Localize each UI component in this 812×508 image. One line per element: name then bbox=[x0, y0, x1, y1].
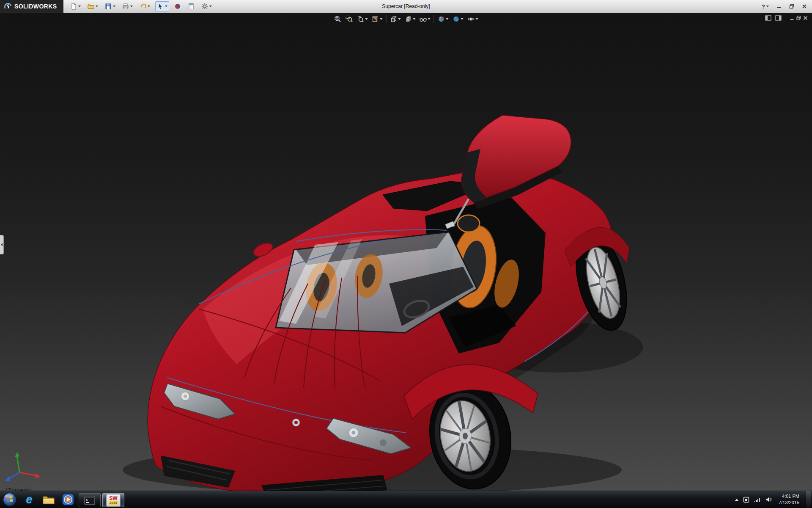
solidworks-logo: SOLIDWORKS bbox=[0, 0, 63, 13]
select-cursor-icon bbox=[157, 3, 164, 10]
document-window-controls bbox=[765, 15, 808, 21]
section-view-button[interactable] bbox=[371, 15, 383, 23]
solidworks-app-icon: SW 2015 bbox=[106, 494, 121, 507]
tray-time: 4:01 PM bbox=[782, 493, 799, 500]
tray-date: 7/13/2015 bbox=[779, 500, 799, 506]
pane-left-icon bbox=[765, 15, 771, 21]
apply-scene-button[interactable] bbox=[452, 15, 464, 23]
new-document-button[interactable] bbox=[69, 1, 82, 11]
appearance-button[interactable] bbox=[173, 1, 183, 11]
undo-arrow-icon bbox=[140, 3, 146, 10]
dropdown-caret[interactable] bbox=[78, 6, 81, 7]
dropdown-caret[interactable] bbox=[380, 18, 383, 20]
taskbar-command-prompt[interactable] bbox=[79, 493, 101, 507]
dropdown-caret[interactable] bbox=[428, 18, 431, 20]
pane-left-button[interactable] bbox=[765, 15, 771, 21]
display-style-icon bbox=[405, 15, 412, 23]
graphics-viewport[interactable]: *Trimetric bbox=[0, 13, 812, 491]
zoom-to-fit-button[interactable] bbox=[334, 15, 342, 23]
folder-icon bbox=[42, 494, 55, 505]
taskbar-file-explorer[interactable] bbox=[39, 491, 58, 508]
minimize-button[interactable] bbox=[774, 2, 784, 11]
save-button[interactable] bbox=[103, 1, 117, 11]
print-button[interactable] bbox=[121, 1, 134, 11]
toolbar-separator bbox=[434, 15, 434, 23]
dropdown-caret[interactable] bbox=[398, 18, 401, 20]
brand-name: SOLIDWORKS bbox=[14, 3, 57, 10]
close-button[interactable] bbox=[799, 2, 809, 11]
dropdown-caret[interactable] bbox=[165, 6, 167, 7]
doc-restore-icon bbox=[796, 16, 801, 20]
taskbar-internet-explorer[interactable]: e bbox=[19, 491, 39, 508]
orientation-triad[interactable] bbox=[5, 452, 41, 481]
pane-right-button[interactable] bbox=[775, 15, 782, 21]
view-orientation-icon bbox=[390, 15, 398, 23]
open-button[interactable] bbox=[86, 1, 100, 11]
pane-right-icon bbox=[775, 15, 782, 21]
previous-view-button[interactable] bbox=[357, 15, 368, 23]
restore-icon bbox=[789, 4, 794, 9]
doc-restore-button[interactable] bbox=[796, 16, 801, 20]
system-tray: 4:01 PM 7/13/2015 bbox=[735, 491, 812, 508]
heads-up-toolbar bbox=[334, 15, 479, 23]
options-button[interactable] bbox=[200, 1, 214, 11]
toolbar-separator bbox=[386, 15, 387, 23]
dropdown-caret[interactable] bbox=[365, 18, 368, 20]
window-title: Supercar [Read-only] bbox=[382, 3, 430, 9]
undo-button[interactable] bbox=[138, 1, 152, 11]
dropdown-caret[interactable] bbox=[96, 6, 98, 7]
help-button[interactable]: ? bbox=[759, 2, 771, 11]
previous-view-icon bbox=[357, 15, 365, 23]
3ds-logo-icon bbox=[3, 2, 12, 11]
dropdown-caret[interactable] bbox=[766, 6, 769, 7]
dropdown-caret[interactable] bbox=[446, 18, 449, 20]
tray-app-icon-button[interactable] bbox=[743, 497, 749, 503]
dropdown-caret[interactable] bbox=[413, 18, 416, 20]
dropdown-caret[interactable] bbox=[461, 18, 464, 20]
start-button[interactable] bbox=[0, 491, 19, 508]
dropdown-caret[interactable] bbox=[130, 6, 133, 7]
zoom-to-area-button[interactable] bbox=[345, 15, 354, 23]
command-prompt-icon bbox=[84, 496, 95, 505]
speaker-icon bbox=[765, 497, 772, 502]
doc-close-button[interactable] bbox=[803, 16, 808, 20]
print-icon bbox=[122, 3, 129, 10]
appearance-icon bbox=[174, 3, 181, 10]
network-bars-icon bbox=[754, 497, 761, 502]
panel-collapse-tab[interactable] bbox=[0, 235, 4, 254]
view-settings-eye-icon bbox=[467, 15, 475, 23]
view-settings-button[interactable] bbox=[467, 15, 479, 23]
volume-button[interactable] bbox=[765, 497, 772, 502]
doc-minimize-button[interactable] bbox=[790, 16, 794, 20]
windows-start-orb-icon bbox=[3, 492, 17, 507]
doc-close-icon bbox=[803, 16, 808, 20]
taskbar-solidworks[interactable]: SW 2015 bbox=[102, 493, 124, 507]
view-orientation-button[interactable] bbox=[390, 15, 401, 23]
taskbar-media-player[interactable] bbox=[58, 491, 78, 508]
select-button[interactable] bbox=[155, 1, 169, 11]
show-desktop-button[interactable] bbox=[806, 491, 811, 508]
document-properties-button[interactable] bbox=[186, 1, 196, 11]
restore-button[interactable] bbox=[787, 2, 797, 11]
dropdown-caret[interactable] bbox=[476, 18, 478, 20]
screen: SOLIDWORKS bbox=[0, 0, 812, 508]
doc-minimize-icon bbox=[790, 16, 794, 20]
display-style-button[interactable] bbox=[404, 15, 416, 23]
supercar-model[interactable] bbox=[0, 13, 812, 491]
edit-appearance-sphere-icon bbox=[438, 15, 445, 23]
collapse-arrow-icon bbox=[1, 243, 3, 246]
network-status-button[interactable] bbox=[754, 497, 761, 502]
tray-app-icon bbox=[743, 497, 749, 503]
edit-appearance-button[interactable] bbox=[437, 15, 449, 23]
hide-show-items-button[interactable] bbox=[419, 15, 431, 23]
tray-clock[interactable]: 4:01 PM 7/13/2015 bbox=[777, 493, 801, 506]
dropdown-caret[interactable] bbox=[148, 6, 150, 7]
standard-toolbar bbox=[69, 1, 214, 11]
show-hidden-icons-button[interactable] bbox=[735, 499, 738, 501]
dropdown-caret[interactable] bbox=[113, 6, 115, 7]
document-properties-icon bbox=[188, 3, 195, 10]
dropdown-caret[interactable] bbox=[209, 6, 212, 7]
open-folder-icon bbox=[88, 3, 94, 10]
save-floppy-icon bbox=[105, 3, 112, 10]
internet-explorer-icon: e bbox=[26, 494, 32, 505]
